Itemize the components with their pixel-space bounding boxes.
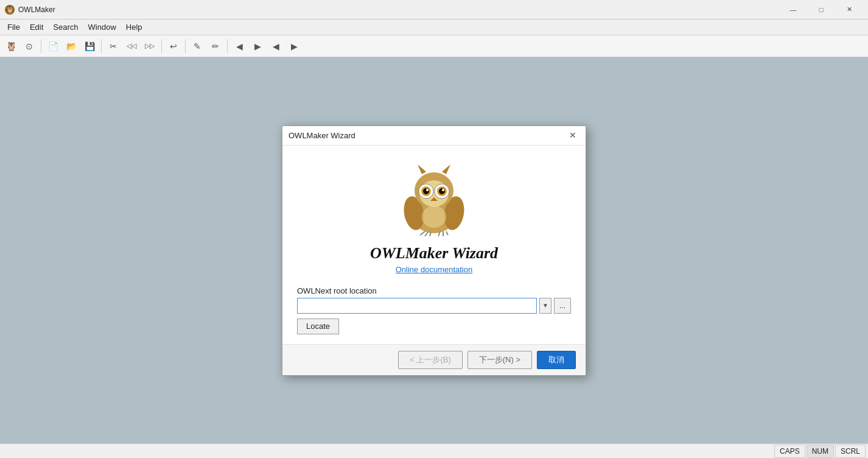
maximize-button[interactable]: □ xyxy=(807,0,835,19)
prev2-btn[interactable]: ◀ xyxy=(267,38,284,55)
caps-indicator: CAPS xyxy=(774,445,805,458)
status-bar: CAPS NUM SCRL xyxy=(0,443,868,458)
svg-point-14 xyxy=(442,189,444,191)
dialog-close-button[interactable]: ✕ xyxy=(566,129,579,142)
owlnext-label: OWLNext root location xyxy=(297,286,571,295)
online-doc-link[interactable]: Online documentation xyxy=(396,265,472,274)
svg-marker-5 xyxy=(442,164,450,174)
toolbar-sep-2 xyxy=(101,40,102,53)
svg-marker-4 xyxy=(418,164,426,174)
back-btn[interactable]: ◁◁ xyxy=(123,38,140,55)
toolbar: 🦉 ⊙ 📄 📂 💾 ✂ ◁◁ ▷▷ ↩ ✎ ✏ ◀ ▶ ◀ ▶ xyxy=(0,35,868,57)
circle-toolbar-btn[interactable]: ⊙ xyxy=(21,38,38,55)
form-section: OWLNext root location ▼ ... Locate xyxy=(297,286,571,334)
owl-illustration xyxy=(385,160,483,239)
num-indicator: NUM xyxy=(807,445,834,458)
dialog-body: OWLMaker Wizard Online documentation OWL… xyxy=(282,146,586,344)
svg-line-22 xyxy=(446,231,448,235)
main-area: OWLMaker Wizard ✕ xyxy=(0,57,868,443)
svg-line-17 xyxy=(420,231,425,235)
app-title: OWLMaker xyxy=(18,5,55,14)
cut-btn[interactable]: ✂ xyxy=(105,38,122,55)
toolbar-sep-1 xyxy=(41,40,41,53)
undo-btn[interactable]: ↩ xyxy=(165,38,182,55)
title-bar-left: 🦉 OWLMaker xyxy=(5,5,55,15)
cancel-button[interactable]: 取消 xyxy=(537,351,576,369)
locate-button[interactable]: Locate xyxy=(297,319,339,334)
toolbar-sep-3 xyxy=(161,40,162,53)
prev-btn[interactable]: ◀ xyxy=(231,38,248,55)
open-btn[interactable]: 📂 xyxy=(63,38,80,55)
next2-btn[interactable]: ▶ xyxy=(285,38,303,55)
title-bar-controls: — □ ✕ xyxy=(779,0,863,19)
owl-toolbar-btn[interactable]: 🦉 xyxy=(2,38,19,55)
new-file-btn[interactable]: 📄 xyxy=(44,38,61,55)
pencil-btn[interactable]: ✎ xyxy=(189,38,206,55)
pencil2-btn[interactable]: ✏ xyxy=(207,38,224,55)
dialog-title: OWLMaker Wizard xyxy=(289,131,355,140)
menu-file[interactable]: File xyxy=(2,21,25,33)
toolbar-sep-4 xyxy=(185,40,186,53)
svg-point-16 xyxy=(422,206,446,228)
combo-dropdown-btn[interactable]: ▼ xyxy=(539,298,551,314)
app-close-button[interactable]: ✕ xyxy=(835,0,863,19)
minimize-button[interactable]: — xyxy=(779,0,807,19)
next-btn[interactable]: ▶ xyxy=(249,38,266,55)
menu-search[interactable]: Search xyxy=(48,21,83,33)
back-button[interactable]: < 上一步(B) xyxy=(398,351,463,369)
forward-btn[interactable]: ▷▷ xyxy=(141,38,158,55)
menu-edit[interactable]: Edit xyxy=(25,21,48,33)
toolbar-sep-5 xyxy=(227,40,228,53)
input-row: ▼ ... xyxy=(297,298,571,314)
menu-bar: File Edit Search Window Help xyxy=(0,19,868,35)
scrl-indicator: SCRL xyxy=(835,445,866,458)
dialog-title-bar: OWLMaker Wizard ✕ xyxy=(282,126,586,146)
menu-help[interactable]: Help xyxy=(121,21,147,33)
title-bar: 🦉 OWLMaker — □ ✕ xyxy=(0,0,868,19)
wizard-dialog: OWLMaker Wizard ✕ xyxy=(282,125,586,376)
dialog-footer: < 上一步(B) 下一步(N) > 取消 xyxy=(282,344,586,375)
owlnext-input[interactable] xyxy=(297,298,537,314)
wizard-title-text: OWLMaker Wizard xyxy=(370,244,498,262)
browse-button[interactable]: ... xyxy=(554,298,571,314)
save-btn[interactable]: 💾 xyxy=(81,38,98,55)
app-icon: 🦉 xyxy=(5,5,15,15)
owl-svg xyxy=(394,163,474,236)
svg-line-18 xyxy=(425,232,428,236)
next-button[interactable]: 下一步(N) > xyxy=(467,351,532,369)
menu-window[interactable]: Window xyxy=(83,21,121,33)
svg-point-13 xyxy=(426,189,429,191)
